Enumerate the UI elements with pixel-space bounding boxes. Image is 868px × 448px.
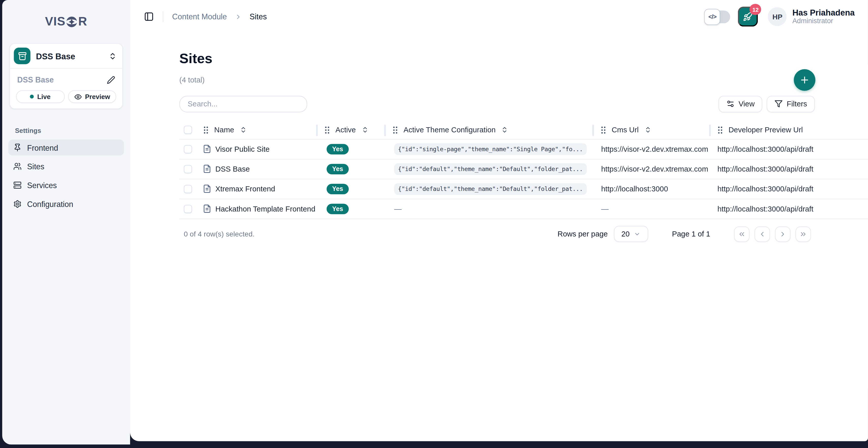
next-page-button[interactable] — [775, 226, 790, 242]
user-menu[interactable]: HP Has Priahadena Administrator — [768, 7, 855, 26]
sliders-icon — [726, 100, 735, 108]
filters-button[interactable]: Filters — [767, 96, 815, 112]
table-footer: 0 of 4 row(s) selected. Rows per page 20… — [180, 226, 868, 242]
sort-icon[interactable] — [362, 126, 369, 133]
column-divider[interactable] — [592, 125, 594, 136]
dev-preview-url-value: http://localhost:3000/api/draft — [717, 145, 813, 153]
rows-per-page-select[interactable]: 20 — [614, 226, 648, 242]
column-divider[interactable] — [316, 125, 318, 136]
sort-icon[interactable] — [644, 126, 651, 133]
drag-grip-icon[interactable] — [717, 126, 723, 134]
live-button[interactable]: Live — [16, 90, 64, 103]
file-text-icon — [203, 145, 212, 154]
sort-icon[interactable] — [240, 126, 247, 133]
rocket-button[interactable]: 12 — [738, 7, 758, 27]
code-mode-toggle[interactable]: </> — [705, 10, 730, 23]
sites-table: Name Active Active Theme Configuration — [180, 121, 868, 219]
sidebar: VIS R DSS Base DSS Base — [2, 0, 130, 444]
sidebar-nav: Frontend Sites Services Configuration — [2, 139, 130, 212]
sort-icon[interactable] — [501, 126, 508, 133]
user-name: Has Priahadena — [793, 8, 855, 17]
page-info: Page 1 of 1 — [672, 230, 710, 238]
drag-grip-icon[interactable] — [601, 126, 606, 134]
preview-button[interactable]: Preview — [68, 90, 116, 103]
code-icon: </> — [704, 9, 720, 25]
eye-icon — [74, 93, 82, 100]
dev-preview-url-value: http://localhost:3000/api/draft — [717, 185, 813, 193]
prev-page-button[interactable] — [754, 226, 770, 242]
logo-text-vis: VIS — [45, 14, 65, 29]
search-input[interactable] — [180, 96, 307, 112]
row-checkbox[interactable] — [184, 145, 192, 153]
table-row[interactable]: Visor Public Site Yes {"id":"single-page… — [180, 139, 868, 159]
row-checkbox[interactable] — [184, 205, 192, 213]
column-header-active: Active — [316, 121, 384, 139]
chevron-down-icon — [634, 231, 641, 237]
sidebar-item-label: Sites — [27, 162, 44, 171]
breadcrumb-parent[interactable]: Content Module — [172, 12, 227, 21]
topbar: Content Module Sites </> 12 HP Has Priah — [130, 0, 868, 33]
theme-config-value: {"id":"default","theme_name":"Default","… — [394, 183, 587, 195]
table-header-row: Name Active Active Theme Configuration — [180, 121, 868, 139]
archive-icon — [14, 47, 30, 64]
column-divider[interactable] — [709, 125, 711, 136]
theme-config-value: {"id":"single-page","theme_name":"Single… — [394, 143, 587, 155]
settings-section-label: Settings — [15, 127, 130, 134]
sidebar-item-frontend[interactable]: Frontend — [8, 139, 124, 156]
table-row[interactable]: Xtremax Frontend Yes {"id":"default","th… — [180, 179, 868, 199]
first-page-button[interactable] — [734, 226, 750, 242]
column-label: Active — [336, 126, 356, 134]
theme-config-value: — — [394, 205, 401, 213]
sidebar-item-configuration[interactable]: Configuration — [8, 196, 124, 212]
column-divider[interactable] — [384, 125, 386, 136]
chevrons-up-down-icon — [108, 52, 117, 60]
logo-eye-icon — [66, 16, 78, 28]
view-label: View — [739, 100, 755, 108]
table-body: Visor Public Site Yes {"id":"single-page… — [180, 139, 868, 219]
table-row[interactable]: DSS Base Yes {"id":"default","theme_name… — [180, 159, 868, 179]
active-badge: Yes — [327, 184, 349, 194]
pagination — [734, 226, 811, 242]
drag-grip-icon[interactable] — [324, 126, 330, 134]
site-switcher[interactable]: DSS Base — [10, 44, 122, 68]
site-switcher-card: DSS Base DSS Base Live — [9, 43, 123, 109]
file-text-icon — [203, 164, 212, 173]
row-checkbox[interactable] — [184, 165, 192, 173]
column-label: Developer Preview Url — [728, 126, 803, 134]
page-title: Sites — [180, 51, 868, 66]
column-header-theme-config: Active Theme Configuration — [384, 121, 592, 139]
column-header-name: Name — [199, 121, 316, 139]
site-switcher-value: DSS Base — [36, 51, 103, 61]
active-badge: Yes — [327, 144, 349, 154]
cms-url-value: https://visor-v2.dev.xtremax.com — [601, 165, 708, 173]
site-name: Hackathon Template Frontend — [215, 205, 315, 213]
cms-url-value: — — [601, 205, 609, 213]
chevron-right-icon — [235, 13, 242, 20]
add-site-button[interactable] — [794, 69, 815, 91]
last-page-button[interactable] — [796, 226, 811, 242]
edit-pencil-icon[interactable] — [107, 75, 115, 84]
sidebar-item-sites[interactable]: Sites — [8, 158, 124, 174]
drag-grip-icon[interactable] — [393, 126, 398, 134]
file-text-icon — [203, 204, 212, 213]
site-name: DSS Base — [215, 165, 250, 173]
column-label: Name — [214, 126, 234, 134]
notification-badge: 12 — [750, 4, 761, 15]
row-checkbox[interactable] — [184, 185, 192, 193]
column-header-cms-url: Cms Url — [592, 121, 709, 139]
select-all-checkbox[interactable] — [184, 126, 192, 134]
server-icon — [13, 181, 22, 189]
column-label: Active Theme Configuration — [403, 126, 496, 134]
table-row[interactable]: Hackathon Template Frontend Yes — — http… — [180, 199, 868, 219]
sidebar-toggle-icon[interactable] — [144, 12, 154, 22]
preview-label: Preview — [85, 93, 110, 100]
theme-config-value: {"id":"default","theme_name":"Default","… — [394, 163, 587, 175]
main-panel: Content Module Sites </> 12 HP Has Priah — [130, 0, 868, 441]
view-button[interactable]: View — [719, 96, 762, 112]
sidebar-item-services[interactable]: Services — [8, 177, 124, 193]
active-badge: Yes — [327, 204, 349, 214]
sidebar-item-label: Configuration — [27, 199, 73, 209]
sidebar-item-label: Services — [27, 181, 57, 190]
file-text-icon — [203, 185, 212, 193]
drag-grip-icon[interactable] — [203, 126, 209, 134]
